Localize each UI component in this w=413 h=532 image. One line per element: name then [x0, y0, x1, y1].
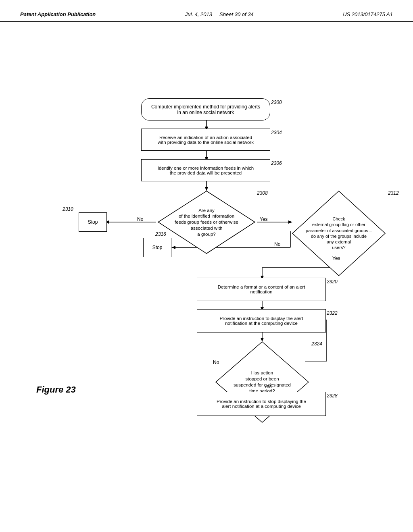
header-date-sheet: Jul. 4, 2013 Sheet 30 of 34: [185, 11, 254, 17]
header-patent-number: US 2013/0174275 A1: [343, 11, 393, 17]
label-2320: 2320: [327, 279, 338, 285]
label-2310: 2310: [63, 206, 73, 212]
label-2324: 2324: [311, 341, 322, 347]
node-title-text: Computer implemented method for providin…: [151, 104, 260, 115]
arrow-label-2312-no: No: [274, 241, 280, 247]
label-2308: 2308: [257, 190, 268, 196]
page-header: Patent Application Publication Jul. 4, 2…: [0, 0, 413, 22]
node-2304-text: Receive an indication of an action assoc…: [158, 135, 254, 145]
arrow-label-2312-yes: Yes: [332, 256, 340, 261]
node-2308-text: Are anyof the identified informationfeed…: [174, 207, 239, 237]
node-2324-text: Has actionstopped or beensuspended for a…: [229, 370, 296, 394]
node-2316: Stop: [143, 238, 171, 257]
node-2306: Identify one or more information feeds i…: [141, 159, 270, 181]
arrow-label-2308-no: No: [137, 216, 143, 222]
header-publication: Patent Application Publication: [20, 11, 96, 17]
node-2328-text: Provide an instruction to stop displayin…: [217, 399, 306, 409]
node-2322: Provide an instruction to display the al…: [197, 309, 326, 332]
arrow-label-2324-no: No: [213, 360, 219, 365]
arrow-label-2324-yes: Yes: [264, 384, 272, 389]
node-2320-text: Determine a format or a content of an al…: [218, 285, 305, 294]
node-2322-text: Provide an instruction to display the al…: [219, 316, 303, 326]
node-2304: Receive an indication of an action assoc…: [141, 129, 270, 151]
label-2306: 2306: [271, 160, 282, 166]
label-2328: 2328: [327, 393, 338, 399]
node-2320: Determine a format or a content of an al…: [197, 278, 326, 301]
label-2316: 2316: [155, 231, 166, 237]
label-2300: 2300: [271, 100, 282, 105]
node-2312: Checkexternal group flag or otherparamet…: [290, 189, 387, 278]
label-2322: 2322: [327, 310, 338, 316]
figure-label: Figure 23: [36, 384, 76, 395]
node-2316-text: Stop: [152, 245, 163, 250]
arrow-label-2308-yes: Yes: [260, 216, 268, 222]
node-2328: Provide an instruction to stop displayin…: [197, 392, 326, 416]
node-2310: Stop: [79, 212, 107, 232]
node-2312-text: Checkexternal group flag or otherparamet…: [305, 216, 373, 251]
label-2304: 2304: [271, 130, 282, 135]
flowchart-diagram: Computer implemented method for providin…: [0, 22, 413, 517]
node-title: Computer implemented method for providin…: [141, 98, 270, 121]
label-2312: 2312: [388, 190, 399, 196]
node-2310-text: Stop: [88, 219, 98, 225]
node-2306-text: Identify one or more information feeds i…: [158, 166, 254, 175]
